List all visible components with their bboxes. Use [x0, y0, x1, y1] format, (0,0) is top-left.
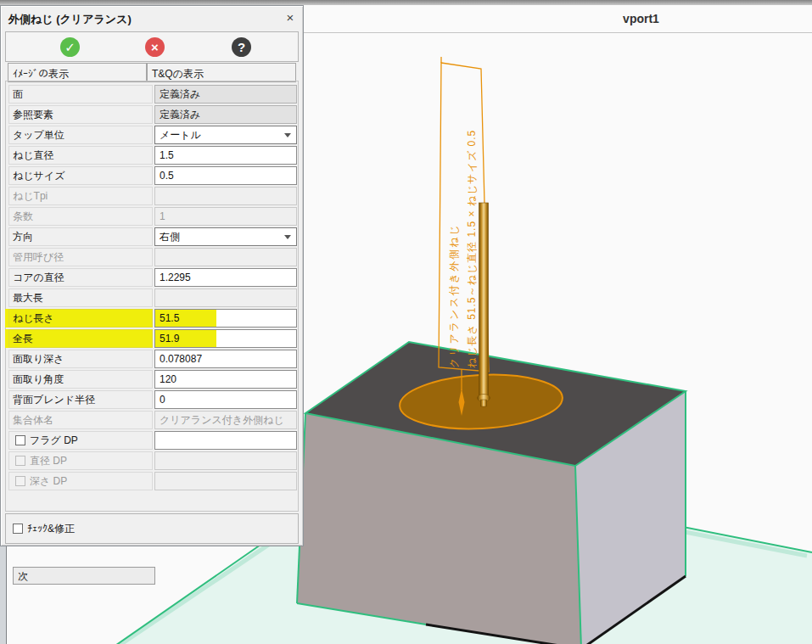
field-label: フラグ DP	[8, 431, 153, 450]
check-icon: ✓	[64, 40, 76, 54]
chevron-down-icon	[284, 133, 291, 137]
ok-button[interactable]: ✓	[60, 37, 80, 57]
form-row: タップ単位メートル	[8, 126, 297, 146]
field-label: 直径 DP	[8, 451, 153, 470]
form-row: 方向右側	[8, 227, 297, 248]
field-label: 方向	[8, 227, 153, 246]
field-label: 背面ブレンド半径	[8, 390, 153, 409]
form-row: 条数1	[8, 207, 297, 227]
close-icon: ×	[287, 10, 294, 25]
field-input: 定義済み	[154, 105, 297, 124]
form-row: 背面ブレンド半径0	[8, 390, 297, 411]
form-row: 最大長	[8, 288, 297, 309]
viewport-title: vport1	[592, 12, 690, 25]
field-label: 最大長	[8, 288, 153, 307]
thread-shaft	[479, 203, 489, 397]
dialog-toolbar: ✓ × ?	[5, 31, 299, 62]
chevron-down-icon	[284, 235, 291, 239]
tq-display-button[interactable]: T&Qの表示	[147, 63, 296, 82]
form-row: 参照要素定義済み	[8, 105, 297, 126]
field-label: 面	[8, 85, 153, 104]
field-input[interactable]: 51.9	[154, 329, 297, 348]
field-input	[154, 288, 297, 307]
checkbox-icon	[15, 456, 25, 466]
field-label: 参照要素	[8, 105, 153, 124]
field-label: タップ単位	[8, 126, 153, 144]
annotation-dimension-text: ねじ長さ 51.5～ねじ直径 1.5 × ねじサイズ 0.5	[465, 75, 479, 368]
next-button[interactable]: 次	[13, 567, 155, 585]
viewport-title-divider	[304, 32, 812, 33]
image-display-button[interactable]: ｲﾒｰｼﾞの表示	[8, 63, 147, 82]
form-row: 深さ DP	[8, 472, 297, 492]
field-input[interactable]: 120	[154, 370, 297, 389]
field-input[interactable]: 1.5	[154, 146, 297, 165]
checkbox-icon	[15, 476, 25, 486]
close-button[interactable]: ×	[283, 10, 298, 25]
form-row: ねじ直径1.5	[8, 146, 297, 166]
field-select[interactable]: メートル	[154, 126, 297, 144]
cancel-button[interactable]: ×	[145, 37, 165, 57]
field-input	[154, 472, 297, 490]
field-input	[154, 248, 297, 266]
field-label: ねじ直径	[8, 146, 153, 165]
form-row: フラグ DP	[8, 431, 297, 451]
field-input[interactable]: 51.5	[154, 309, 297, 328]
field-input[interactable]: 0	[154, 390, 297, 409]
window-top-edge	[0, 0, 812, 5]
form-row: 全長51.9	[8, 329, 297, 350]
field-input[interactable]: 0.5	[154, 166, 297, 185]
check-fix-group: ﾁｪｯｸ&修正	[5, 513, 299, 544]
field-label: 深さ DP	[8, 472, 153, 490]
field-input[interactable]: 1.2295	[154, 268, 297, 287]
field-input[interactable]: 0.078087	[154, 350, 297, 368]
field-label: 管用呼び径	[8, 248, 153, 266]
field-input	[154, 451, 297, 470]
dialog-title: 外側ねじ (クリアランス)	[8, 12, 132, 27]
field-label: 面取り角度	[8, 370, 153, 389]
field-label: ねじサイズ	[8, 166, 153, 185]
field-select[interactable]: 右側	[154, 227, 297, 246]
window-left-edge	[0, 546, 7, 644]
parameter-form: 面定義済み参照要素定義済みタップ単位メートルねじ直径1.5ねじサイズ0.5ねじT…	[5, 81, 299, 512]
checkbox-icon[interactable]	[13, 524, 23, 534]
form-row: 面取り角度120	[8, 370, 297, 390]
field-input: 定義済み	[154, 85, 297, 104]
field-input[interactable]	[154, 431, 297, 450]
question-icon: ?	[238, 40, 245, 54]
form-row: 管用呼び径	[8, 248, 297, 268]
field-label: 面取り深さ	[8, 350, 153, 368]
form-row: 直径 DP	[8, 451, 297, 472]
form-row: ねじサイズ0.5	[8, 166, 297, 187]
annotation-name-text: クリアランス付き外側ねじ	[447, 221, 462, 368]
form-row: 面取り深さ0.078087	[8, 350, 297, 370]
field-label: 集合体名	[8, 411, 153, 429]
checkbox-icon[interactable]	[15, 435, 25, 445]
field-input	[154, 187, 297, 205]
form-row: コアの直径1.2295	[8, 268, 297, 288]
form-row: ねじ長さ51.5	[8, 309, 297, 329]
help-button[interactable]: ?	[232, 37, 251, 57]
x-icon: ×	[151, 40, 159, 54]
field-label: ねじTpi	[8, 187, 153, 205]
field-label: 条数	[8, 207, 153, 226]
form-row: 面定義済み	[8, 85, 297, 105]
application-window: ねじ長さ 51.5～ねじ直径 1.5 × ねじサイズ 0.5 クリアランス付き外…	[0, 0, 812, 644]
field-label: 全長	[8, 329, 153, 348]
form-row: 集合体名クリアランス付き外側ねじ	[8, 411, 297, 431]
form-row: ねじTpi	[8, 187, 297, 207]
check-fix-label: ﾁｪｯｸ&修正	[27, 523, 75, 535]
field-input: クリアランス付き外側ねじ	[154, 411, 297, 429]
check-fix-checkbox[interactable]: ﾁｪｯｸ&修正	[10, 522, 75, 536]
field-label: ねじ長さ	[8, 309, 153, 328]
field-input: 1	[154, 207, 297, 226]
dialog-external-thread-clearance: 外側ねじ (クリアランス) × ✓ × ? ｲﾒｰｼﾞの表示 T&Qの表示 面定…	[0, 5, 304, 546]
field-label: コアの直径	[8, 268, 153, 287]
